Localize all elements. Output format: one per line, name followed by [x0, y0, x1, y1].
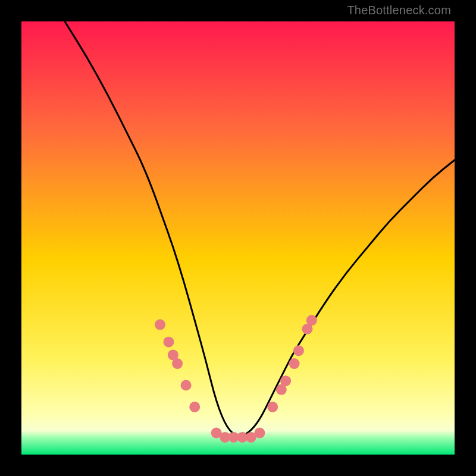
data-marker — [267, 402, 278, 412]
watermark-text: TheBottleneck.com — [347, 4, 451, 17]
data-marker — [164, 337, 174, 347]
data-marker — [289, 358, 300, 369]
data-marker — [181, 380, 192, 391]
data-marker — [254, 428, 265, 439]
data-marker — [293, 345, 304, 356]
chart-frame — [21, 21, 455, 455]
data-marker — [306, 315, 317, 325]
data-marker — [155, 320, 165, 330]
data-marker — [172, 358, 183, 369]
data-marker — [280, 375, 291, 386]
chart-background — [21, 21, 455, 455]
chart-plot — [21, 21, 455, 455]
data-marker — [189, 402, 200, 412]
